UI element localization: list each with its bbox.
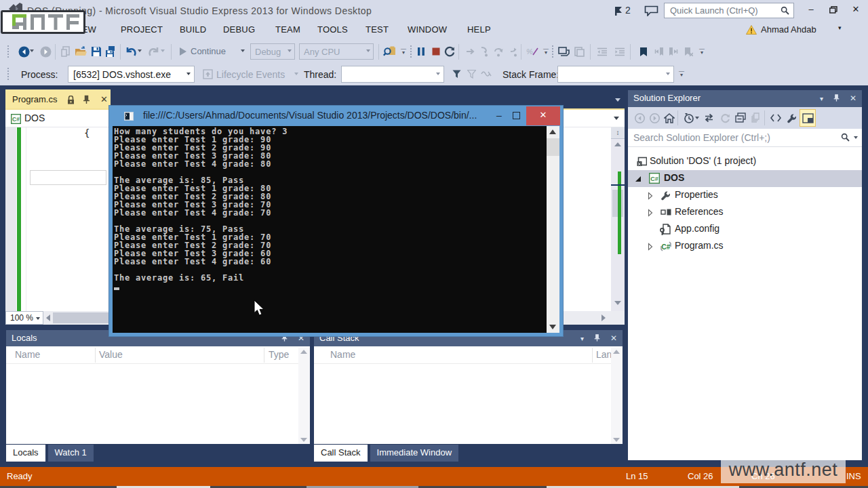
breadcrumb-project[interactable]: DOS: [24, 113, 45, 123]
step-into-button[interactable]: [477, 44, 492, 59]
undo-caret[interactable]: [138, 49, 143, 54]
document-tab-program-cs[interactable]: Program.cs ✕: [5, 89, 111, 110]
suspend-threads-icon[interactable]: [479, 66, 494, 81]
scroll-down-arrow[interactable]: [613, 438, 620, 442]
thread-combo[interactable]: [341, 66, 444, 83]
column-divider[interactable]: [592, 348, 593, 363]
close-icon[interactable]: ✕: [610, 333, 617, 343]
scroll-down-arrow[interactable]: [549, 325, 556, 329]
se-pending-changes-filter-button[interactable]: [682, 110, 696, 125]
menu-tools[interactable]: TOOLS: [317, 24, 348, 35]
navigate-backward-button[interactable]: [16, 44, 31, 59]
toolbar-grip[interactable]: [7, 45, 10, 59]
tree-row-solution[interactable]: Solution 'DOS' (1 project): [628, 153, 862, 170]
decrease-indent-button[interactable]: [595, 44, 610, 59]
quick-launch-box[interactable]: Quick Launch (Ctrl+Q): [664, 3, 794, 18]
console-scrollbar[interactable]: [547, 126, 559, 333]
new-item-button[interactable]: [58, 44, 73, 59]
menu-window[interactable]: WINDOW: [408, 24, 447, 35]
tab-call-stack[interactable]: Call Stack: [314, 445, 368, 462]
previous-bookmark-button[interactable]: [651, 44, 666, 59]
toolbar-overflow[interactable]: —: [678, 68, 685, 79]
combo-caret-icon[interactable]: [366, 49, 370, 52]
tree-label[interactable]: Properties: [675, 189, 718, 200]
pin-icon[interactable]: [833, 94, 840, 102]
se-forward-button[interactable]: [647, 110, 662, 125]
tab-watch-1[interactable]: Watch 1: [48, 445, 94, 462]
se-back-button[interactable]: [632, 110, 647, 125]
show-next-statement-button[interactable]: [463, 44, 478, 59]
toolbar-grip[interactable]: [7, 67, 10, 81]
column-divider[interactable]: [264, 348, 264, 363]
warning-icon[interactable]: [746, 25, 757, 35]
document-list-caret[interactable]: [615, 98, 620, 102]
clear-bookmarks-button[interactable]: [681, 44, 696, 59]
solution-explorer-titlebar[interactable]: Solution Explorer ▾ ✕: [628, 90, 862, 107]
stop-debugging-button[interactable]: [429, 44, 443, 59]
combo-caret-icon[interactable]: [436, 73, 440, 75]
menu-debug[interactable]: DEBUG: [223, 24, 255, 35]
continue-caret[interactable]: [241, 49, 246, 54]
pin-icon[interactable]: [593, 333, 601, 342]
menu-project[interactable]: PROJECT: [121, 24, 163, 35]
navigate-forward-button[interactable]: [38, 44, 53, 59]
column-value[interactable]: Value: [99, 349, 123, 360]
scroll-down-arrow[interactable]: [614, 301, 621, 305]
undo-button[interactable]: [123, 44, 138, 59]
search-icon[interactable]: [781, 6, 789, 15]
se-refresh-button[interactable]: [717, 110, 732, 125]
se-show-all-files-button[interactable]: [749, 110, 764, 125]
se-view-code-button[interactable]: [768, 110, 783, 125]
scroll-up-arrow[interactable]: [300, 350, 307, 354]
tree-label[interactable]: DOS: [664, 172, 684, 183]
se-properties-button[interactable]: [784, 110, 799, 125]
menu-help[interactable]: HELP: [467, 24, 491, 35]
zoom-caret[interactable]: [36, 317, 40, 320]
scroll-down-arrow[interactable]: [300, 438, 307, 442]
locals-scrollbar[interactable]: [298, 348, 310, 444]
tree-row-program-cs[interactable]: C# Program.cs: [628, 238, 862, 255]
save-all-button[interactable]: [104, 44, 119, 59]
tab-locals[interactable]: Locals: [6, 445, 45, 462]
se-sync-with-active-document-button[interactable]: [701, 110, 716, 125]
combo-caret-icon[interactable]: [288, 49, 292, 52]
tree-row-app-config[interactable]: App.config: [628, 221, 862, 238]
expander-collapsed-icon[interactable]: [648, 192, 653, 200]
search-icon[interactable]: [841, 133, 850, 142]
call-stack-scrollbar[interactable]: [611, 348, 623, 444]
se-preview-selected-items-button[interactable]: [800, 109, 816, 127]
tree-label[interactable]: References: [675, 206, 724, 217]
lifecycle-events-caret[interactable]: [294, 73, 300, 77]
se-search-caret[interactable]: [854, 136, 858, 139]
menu-test[interactable]: TEST: [366, 24, 389, 35]
se-home-button[interactable]: [662, 110, 677, 125]
column-type[interactable]: Type: [269, 349, 289, 360]
console-maximize-button[interactable]: [509, 108, 524, 123]
navigate-backward-caret[interactable]: [30, 49, 35, 54]
restart-button[interactable]: [442, 44, 457, 59]
open-file-button[interactable]: [73, 44, 88, 59]
hex-display-button[interactable]: %: [525, 44, 540, 59]
editor-split-handle[interactable]: ↕: [611, 127, 625, 139]
toolbar-overflow[interactable]: —: [698, 46, 705, 57]
flag-threads-icon[interactable]: [464, 66, 479, 81]
filter-threads-icon[interactable]: [449, 66, 464, 81]
se-filter-caret[interactable]: [695, 117, 701, 121]
window-position-caret-icon[interactable]: ▾: [820, 94, 823, 103]
toolbar-overflow[interactable]: —: [400, 46, 407, 57]
feedback-bubble-icon[interactable]: [644, 5, 658, 16]
redo-button[interactable]: [146, 44, 161, 59]
expander-collapsed-icon[interactable]: [648, 209, 653, 217]
solution-explorer-search[interactable]: Search Solution Explorer (Ctrl+;): [628, 129, 862, 147]
continue-label[interactable]: Continue: [191, 46, 226, 56]
user-name[interactable]: Ahmad Ahdab: [761, 24, 816, 35]
minimize-button[interactable]: –: [804, 4, 818, 16]
document-tab-label[interactable]: Program.cs: [12, 94, 57, 104]
column-divider[interactable]: [95, 348, 96, 363]
break-all-button[interactable]: [414, 44, 429, 59]
breadcrumb-caret[interactable]: [614, 117, 619, 120]
increase-indent-button[interactable]: [612, 44, 627, 59]
next-bookmark-button[interactable]: [666, 44, 681, 59]
tree-label[interactable]: Program.cs: [675, 240, 724, 251]
scroll-up-arrow[interactable]: [549, 129, 556, 134]
